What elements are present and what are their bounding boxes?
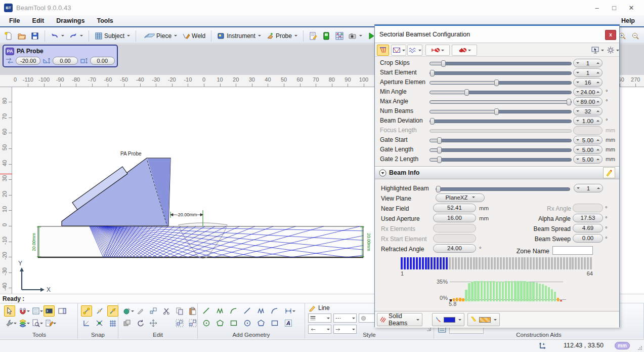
histogram-bar[interactable] bbox=[548, 287, 550, 301]
histogram-bar[interactable] bbox=[493, 281, 495, 301]
histogram-bar[interactable] bbox=[471, 282, 473, 301]
histogram-bar[interactable] bbox=[477, 281, 479, 301]
histogram-bar[interactable] bbox=[468, 283, 470, 301]
spin-up-button[interactable] bbox=[596, 61, 599, 64]
edit-list-button[interactable] bbox=[44, 318, 58, 329]
doc-list-button[interactable] bbox=[30, 305, 45, 317]
start-element-slider[interactable] bbox=[430, 71, 572, 75]
snap-angle-button[interactable] bbox=[81, 318, 92, 329]
text-blue-button[interactable]: A bbox=[283, 318, 294, 329]
probe-offset-field[interactable]: -20.00 bbox=[16, 57, 40, 65]
arc-green-button[interactable] bbox=[228, 305, 239, 317]
histogram-bar[interactable] bbox=[484, 281, 486, 301]
resize-grip[interactable] bbox=[638, 346, 642, 350]
paste-button[interactable] bbox=[187, 305, 198, 317]
zoom-out-button[interactable] bbox=[630, 31, 641, 41]
group-button[interactable] bbox=[174, 318, 185, 329]
histogram-bar[interactable] bbox=[526, 282, 528, 301]
histogram-bar[interactable] bbox=[551, 289, 553, 301]
menu-edit[interactable]: Edit bbox=[26, 16, 51, 25]
beam-fill-color-picker[interactable] bbox=[467, 313, 500, 326]
probe-button[interactable]: Probe bbox=[265, 31, 299, 41]
rect-green-button[interactable] bbox=[228, 318, 239, 329]
arrow-left-select[interactable] bbox=[308, 325, 331, 334]
histogram-bar[interactable] bbox=[517, 281, 519, 301]
dialog-close-button[interactable]: x bbox=[605, 30, 616, 40]
zone-name-input[interactable] bbox=[552, 246, 593, 255]
arc-blue-button[interactable] bbox=[269, 305, 280, 317]
snap-intersect-button[interactable] bbox=[94, 318, 105, 329]
weld-button[interactable]: Weld bbox=[181, 31, 207, 41]
histogram-bar[interactable] bbox=[496, 282, 498, 301]
min-angle-spinner[interactable]: 24.00 bbox=[573, 88, 603, 96]
highlight-beam-button[interactable] bbox=[603, 167, 615, 178]
piece-button[interactable]: Piece bbox=[140, 31, 179, 41]
settings-gear-button[interactable] bbox=[606, 45, 619, 56]
crop-skips-spinner[interactable]: 1 bbox=[573, 59, 603, 67]
wrench-button[interactable] bbox=[4, 318, 18, 329]
aperture-elemen-spinner[interactable]: 16 bbox=[573, 78, 603, 87]
polyline-green-button[interactable] bbox=[214, 305, 226, 317]
arrow-right-select[interactable] bbox=[333, 325, 357, 334]
spin-up-button[interactable] bbox=[596, 147, 599, 150]
polygon-blue-button[interactable] bbox=[255, 318, 267, 329]
histogram-bar[interactable] bbox=[481, 281, 483, 301]
gate-length-spinner[interactable]: 5.00 bbox=[573, 145, 603, 154]
histogram-bar[interactable] bbox=[465, 290, 467, 301]
menu-drawings[interactable]: Drawings bbox=[50, 16, 91, 25]
histogram-bar[interactable] bbox=[520, 281, 522, 301]
move-button[interactable] bbox=[148, 318, 159, 329]
beam-wave-button[interactable] bbox=[407, 45, 422, 56]
units-badge[interactable]: mm bbox=[615, 342, 630, 349]
spin-up-button[interactable] bbox=[596, 80, 599, 83]
slider-thumb[interactable] bbox=[494, 108, 499, 115]
line-blue-button[interactable] bbox=[242, 305, 253, 317]
open-file-button[interactable] bbox=[16, 31, 27, 41]
knife-button[interactable] bbox=[135, 305, 146, 317]
histogram-bar[interactable] bbox=[545, 286, 547, 301]
beam-style-dropdown[interactable]: Solid Beams bbox=[377, 313, 422, 326]
sectorial-beamset-dialog[interactable]: Sectorial Beamset Configuration x Crop S… bbox=[374, 24, 620, 327]
histogram-bar[interactable] bbox=[508, 281, 510, 301]
ellipse-green-button[interactable] bbox=[201, 318, 212, 329]
cursor-button[interactable] bbox=[4, 305, 15, 317]
layers-button[interactable] bbox=[17, 318, 31, 329]
histogram-bar[interactable] bbox=[542, 284, 544, 301]
probe-angle-field[interactable]: 0.00 bbox=[53, 57, 77, 65]
apply-display-button[interactable] bbox=[590, 45, 605, 56]
crop-skips-slider[interactable] bbox=[430, 62, 572, 65]
slider-thumb[interactable] bbox=[464, 89, 469, 96]
rect-blue-button[interactable] bbox=[269, 318, 280, 329]
polyline-blue-button[interactable] bbox=[255, 305, 267, 317]
ellipse-blue-button[interactable] bbox=[242, 318, 253, 329]
num-beams-spinner[interactable]: 32 bbox=[573, 107, 603, 115]
fill-button[interactable] bbox=[121, 305, 136, 317]
histogram-bar[interactable] bbox=[453, 298, 455, 301]
histogram-bar[interactable] bbox=[487, 281, 489, 301]
redo-button[interactable] bbox=[68, 31, 84, 41]
histogram-bar[interactable] bbox=[539, 284, 541, 301]
slider-thumb[interactable] bbox=[567, 99, 571, 105]
snap-line-button[interactable] bbox=[94, 305, 105, 317]
max-angle-spinner[interactable]: 89.00 bbox=[573, 97, 603, 106]
minimize-button[interactable]: – bbox=[588, 4, 606, 12]
focal-visibility-button[interactable] bbox=[452, 45, 477, 56]
histogram-bar[interactable] bbox=[474, 281, 476, 301]
histogram-bar[interactable] bbox=[529, 282, 531, 301]
beam-deviation-slider[interactable] bbox=[430, 120, 572, 123]
histogram-bar[interactable] bbox=[532, 282, 534, 301]
beam-line-color-picker[interactable] bbox=[432, 313, 464, 326]
show-beams-button[interactable] bbox=[377, 45, 389, 56]
spin-up-button[interactable] bbox=[596, 119, 599, 122]
histogram-bar[interactable] bbox=[514, 281, 516, 301]
histogram-bar[interactable] bbox=[502, 282, 504, 301]
histogram-bar[interactable] bbox=[536, 283, 538, 301]
scissors-button[interactable] bbox=[161, 305, 172, 317]
dash-style-select[interactable] bbox=[333, 314, 357, 323]
slider-thumb[interactable] bbox=[430, 70, 435, 76]
snap-node-button[interactable] bbox=[107, 305, 118, 317]
snapshot-button[interactable] bbox=[347, 31, 364, 41]
slider-thumb[interactable] bbox=[494, 80, 499, 86]
highlighted-beam-spinner[interactable]: 1 bbox=[574, 184, 603, 192]
gate-length-slider[interactable] bbox=[430, 148, 572, 152]
